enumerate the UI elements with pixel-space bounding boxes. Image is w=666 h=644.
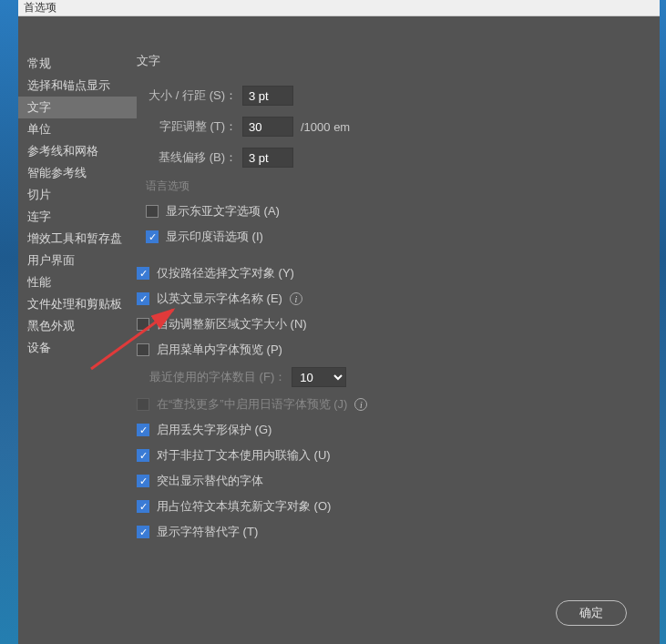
checkbox-east-asian[interactable] — [146, 205, 159, 218]
checkbox-inline-input[interactable] — [137, 449, 149, 462]
ok-button[interactable]: 确定 — [556, 600, 627, 626]
tracking-input[interactable] — [242, 117, 293, 137]
label-auto-size: 自动调整新区域文字大小 (N) — [157, 316, 307, 332]
checkbox-path-only[interactable] — [137, 267, 149, 280]
sidebar-item-general[interactable]: 常规 — [18, 53, 137, 75]
window-title: 首选项 — [24, 0, 56, 15]
dialog-footer: 确定 — [18, 582, 660, 644]
baseline-label: 基线偏移 (B)： — [137, 149, 237, 166]
checkbox-highlight-alt[interactable] — [137, 475, 149, 487]
label-highlight-alt: 突出显示替代的字体 — [157, 473, 263, 489]
size-label: 大小 / 行距 (S)： — [137, 87, 237, 104]
label-indic: 显示印度语选项 (I) — [166, 229, 263, 245]
sidebar-item-black[interactable]: 黑色外观 — [18, 315, 137, 337]
language-options-title: 语言选项 — [146, 179, 641, 194]
checkbox-english-font[interactable] — [137, 292, 149, 305]
checkbox-show-alt[interactable] — [137, 526, 149, 538]
sidebar-item-filehandling[interactable]: 文件处理和剪贴板 — [18, 293, 137, 315]
label-inline-input: 对于非拉丁文本使用内联输入 (U) — [157, 447, 331, 464]
checkbox-indic[interactable] — [146, 230, 159, 243]
sidebar-item-performance[interactable]: 性能 — [18, 271, 137, 293]
label-path-only: 仅按路径选择文字对象 (Y) — [157, 265, 294, 281]
label-show-alt: 显示字符替代字 (T) — [157, 524, 258, 540]
sidebar-item-guides[interactable]: 参考线和网格 — [18, 140, 137, 162]
sidebar-item-smartguides[interactable]: 智能参考线 — [18, 162, 137, 184]
panel-title: 文字 — [137, 53, 641, 69]
checkbox-placeholder[interactable] — [137, 500, 149, 513]
info-icon[interactable]: i — [290, 292, 302, 305]
sidebar-item-hyphenation[interactable]: 连字 — [18, 206, 137, 228]
baseline-input[interactable] — [242, 148, 293, 168]
sidebar-item-units[interactable]: 单位 — [18, 118, 137, 140]
sidebar: 常规 选择和锚点显示 文字 单位 参考线和网格 智能参考线 切片 连字 增效工具… — [18, 16, 137, 582]
label-english-font: 以英文显示字体名称 (E) — [157, 291, 282, 307]
checkbox-jp-preview — [137, 398, 149, 411]
sidebar-item-devices[interactable]: 设备 — [18, 337, 137, 359]
sidebar-item-slices[interactable]: 切片 — [18, 184, 137, 206]
sidebar-item-selection[interactable]: 选择和锚点显示 — [18, 75, 137, 97]
recent-fonts-select[interactable]: 10 — [292, 367, 346, 387]
preferences-window: 首选项 常规 选择和锚点显示 文字 单位 参考线和网格 智能参考线 切片 连字 … — [18, 0, 660, 644]
label-missing-glyph: 启用丢失字形保护 (G) — [157, 422, 272, 438]
label-jp-preview: 在“查找更多”中启用日语字体预览 (J) — [157, 396, 347, 413]
recent-fonts-label: 最近使用的字体数目 (F)： — [149, 369, 286, 385]
tracking-suffix: /1000 em — [301, 120, 350, 134]
tracking-label: 字距调整 (T)： — [137, 118, 237, 135]
checkbox-menu-preview[interactable] — [137, 343, 149, 356]
titlebar: 首选项 — [18, 0, 660, 16]
info-icon[interactable]: i — [354, 398, 367, 411]
label-menu-preview: 启用菜单内字体预览 (P) — [157, 342, 282, 358]
checkbox-missing-glyph[interactable] — [137, 424, 149, 436]
content-area: 常规 选择和锚点显示 文字 单位 参考线和网格 智能参考线 切片 连字 增效工具… — [18, 16, 660, 644]
label-east-asian: 显示东亚文字选项 (A) — [166, 203, 280, 220]
size-input[interactable] — [242, 86, 293, 106]
label-placeholder: 用占位符文本填充新文字对象 (O) — [157, 498, 331, 515]
sidebar-item-ui[interactable]: 用户界面 — [18, 250, 137, 271]
checkbox-auto-size[interactable] — [137, 318, 149, 331]
sidebar-item-type[interactable]: 文字 — [18, 97, 137, 118]
sidebar-item-plugins[interactable]: 增效工具和暂存盘 — [18, 228, 137, 250]
type-panel: 文字 大小 / 行距 (S)： 字距调整 (T)： /1000 em 基线偏移 … — [137, 16, 660, 582]
